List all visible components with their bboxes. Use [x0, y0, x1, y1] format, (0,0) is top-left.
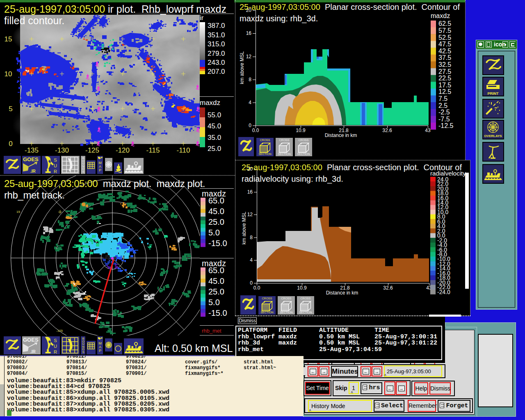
svg-text:GOES: GOES [23, 156, 39, 162]
svg-text:4: 4 [249, 100, 251, 105]
svg-text:35.0: 35.0 [208, 134, 221, 142]
svg-text:Distance in km: Distance in km [326, 290, 358, 296]
svg-text:12: 12 [247, 212, 253, 217]
svg-text:SECTION: SECTION [299, 311, 312, 314]
svg-text:8: 8 [250, 235, 253, 240]
svg-text:CROSS: CROSS [281, 297, 292, 300]
svg-text:U: U [54, 344, 57, 349]
svg-text:12.5: 12.5 [438, 88, 451, 95]
svg-text:S: S [54, 338, 57, 343]
svg-text:km above MSL: km above MSL [239, 51, 245, 84]
svg-text:45.0: 45.0 [208, 207, 224, 216]
svg-text:-2.5: -2.5 [438, 109, 450, 116]
svg-text:12: 12 [246, 54, 252, 59]
svg-text:0: 0 [9, 140, 12, 148]
svg-text:-130: -130 [55, 146, 69, 154]
svg-text:-120: -120 [116, 146, 130, 154]
svg-text:2.5: 2.5 [438, 102, 447, 109]
svg-text:25.0: 25.0 [208, 145, 221, 153]
svg-text:10.9: 10.9 [296, 128, 306, 133]
svg-text:SECTION: SECTION [280, 311, 292, 314]
svg-text:-125: -125 [56, 329, 63, 333]
svg-text:15: 15 [16, 210, 20, 214]
svg-text:0.0: 0.0 [252, 128, 259, 133]
svg-text:17.5: 17.5 [438, 82, 451, 89]
svg-text:65.0: 65.0 [208, 266, 224, 275]
svg-text:351.0: 351.0 [208, 31, 225, 39]
svg-text:10: 10 [5, 70, 12, 78]
svg-text:315.0: 315.0 [208, 40, 225, 48]
svg-text:10.9: 10.9 [297, 285, 307, 291]
svg-text:15: 15 [5, 35, 12, 43]
svg-text:42.5: 42.5 [438, 48, 451, 55]
svg-text:37.5: 37.5 [438, 54, 451, 61]
svg-text:32.6: 32.6 [383, 285, 393, 291]
svg-text:62.5: 62.5 [438, 20, 451, 27]
svg-text:0.0: 0.0 [253, 285, 260, 291]
svg-text:.IR: .IR [30, 349, 36, 354]
svg-text:maxdz: maxdz [200, 99, 220, 107]
svg-text:S: S [82, 170, 84, 173]
svg-text:GOES: GOES [23, 337, 39, 343]
svg-text:maxdz: maxdz [431, 12, 450, 19]
svg-text:-110: -110 [177, 146, 190, 154]
svg-text:U: U [54, 163, 57, 168]
svg-text:5.0: 5.0 [208, 298, 220, 307]
svg-text:OVERLAYS: OVERLAYS [484, 134, 502, 138]
svg-text:-135: -135 [25, 146, 39, 154]
svg-text:-125: -125 [85, 146, 99, 154]
svg-text:R: R [54, 169, 57, 174]
svg-text:27.5: 27.5 [438, 68, 451, 75]
svg-text:47.5: 47.5 [438, 41, 451, 48]
svg-text:65.0: 65.0 [208, 196, 224, 205]
svg-text:5.0: 5.0 [208, 228, 220, 237]
svg-text:207.0: 207.0 [208, 68, 225, 75]
svg-text:-15.0: -15.0 [208, 308, 227, 317]
svg-text:279.0: 279.0 [208, 50, 225, 57]
svg-text:S: S [82, 350, 84, 354]
svg-text:km above MSL: km above MSL [241, 212, 247, 244]
svg-text:243.0: 243.0 [208, 59, 225, 66]
svg-text:CROSS: CROSS [301, 297, 311, 300]
svg-text:57.5: 57.5 [438, 27, 451, 34]
svg-text:16: 16 [247, 189, 253, 195]
svg-text:SECTION: SECTION [297, 153, 310, 155]
svg-text:SECTION: SECTION [260, 311, 273, 314]
svg-text:SECTION: SECTION [258, 153, 271, 155]
svg-text:R: R [54, 349, 57, 354]
svg-text:4: 4 [250, 257, 253, 263]
svg-text:rhb_met: rhb_met [202, 328, 221, 334]
svg-text:CROSS: CROSS [299, 139, 309, 142]
svg-text:25.0: 25.0 [208, 287, 224, 296]
svg-text:25.0: 25.0 [208, 217, 224, 226]
svg-text:CROSS: CROSS [260, 139, 270, 142]
svg-text:16: 16 [246, 30, 252, 36]
svg-text:CROSS: CROSS [262, 297, 272, 300]
svg-text:CROSS: CROSS [279, 139, 290, 142]
svg-text:P: P [99, 168, 101, 172]
svg-text:-15.0: -15.0 [208, 239, 227, 248]
svg-text:387.0: 387.0 [208, 22, 225, 30]
svg-text:45.0: 45.0 [208, 276, 224, 285]
svg-text:-12.5: -12.5 [438, 122, 454, 129]
svg-text:52.5: 52.5 [438, 34, 451, 41]
svg-text:32.5: 32.5 [438, 61, 451, 68]
svg-text:-7.5: -7.5 [438, 116, 450, 123]
svg-text:Distance in km: Distance in km [325, 132, 357, 138]
svg-text:7.5: 7.5 [438, 95, 447, 102]
svg-text:PRINT: PRINT [488, 91, 499, 96]
svg-text:0: 0 [249, 123, 251, 128]
svg-text:8: 8 [249, 77, 251, 82]
svg-text:S: S [54, 158, 57, 162]
svg-text:43: 43 [425, 128, 431, 133]
svg-text:0: 0 [250, 280, 253, 286]
svg-text:-115: -115 [146, 146, 160, 154]
svg-text:45.0: 45.0 [208, 122, 221, 130]
svg-text:-24.0: -24.0 [437, 289, 450, 295]
svg-text:P: P [99, 349, 101, 353]
svg-text:5: 5 [9, 105, 12, 113]
svg-text:55.0: 55.0 [208, 111, 221, 119]
svg-text:32.6: 32.6 [382, 128, 392, 133]
svg-text:22.5: 22.5 [438, 75, 451, 82]
svg-text:SECTION: SECTION [278, 153, 290, 155]
